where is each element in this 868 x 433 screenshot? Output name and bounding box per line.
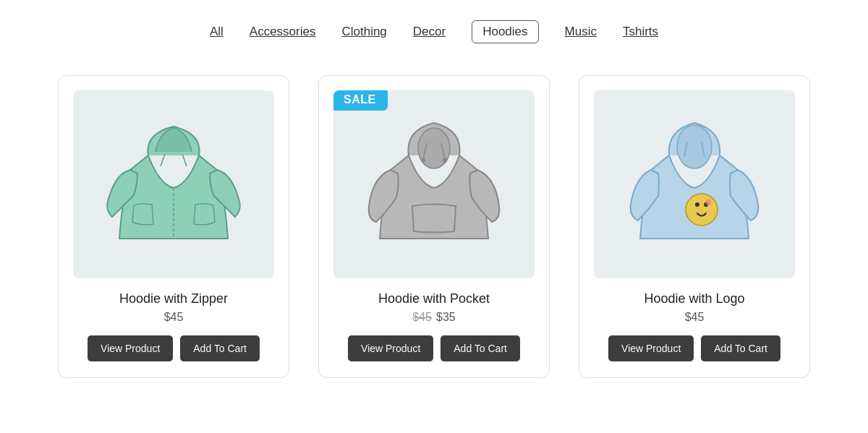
product-actions: View Product Add To Cart [608,335,780,361]
product-card: Hoodie with Zipper $45 View Product Add … [58,75,289,378]
svg-point-8 [677,125,712,168]
nav-item-music[interactable]: Music [565,25,597,39]
svg-line-2 [182,154,187,166]
nav-item-decor[interactable]: Decor [413,25,446,39]
product-price: $45 [164,311,184,324]
product-price: $45 [685,311,705,324]
svg-point-7 [443,158,447,163]
product-image [73,90,274,278]
add-to-cart-button[interactable]: Add To Cart [180,335,260,361]
nav-item-all[interactable]: All [210,25,224,39]
category-nav: AllAccessoriesClothingDecorHoodiesMusicT… [0,0,868,61]
nav-item-hoodies[interactable]: Hoodies [472,20,538,43]
nav-item-accessories[interactable]: Accessories [250,25,316,39]
svg-point-6 [421,158,425,163]
svg-line-1 [161,154,165,166]
view-product-button[interactable]: View Product [88,335,173,361]
product-grid: Hoodie with Zipper $45 View Product Add … [0,61,868,407]
original-price: $45 [412,311,432,323]
view-product-button[interactable]: View Product [608,335,694,361]
product-image [594,90,795,278]
view-product-button[interactable]: View Product [348,335,433,361]
nav-item-clothing[interactable]: Clothing [341,25,386,39]
product-card: Hoodie with Logo $45 View Product Add To… [579,75,810,378]
svg-point-10 [695,202,699,207]
svg-point-9 [686,194,718,226]
product-actions: View Product Add To Cart [348,335,520,361]
product-price-value: $45 [164,311,184,323]
add-to-cart-button[interactable]: Add To Cart [441,335,520,361]
product-name: Hoodie with Pocket [378,291,490,306]
product-name: Hoodie with Zipper [119,291,228,306]
svg-point-12 [705,200,711,205]
add-to-cart-button[interactable]: Add To Cart [701,335,780,361]
sale-price: $35 [436,311,456,323]
sale-badge: SALE [333,90,388,111]
product-card: SALE Hoodie with Pocket $45$35 View Prod… [318,75,550,378]
nav-item-tshirts[interactable]: Tshirts [623,25,658,39]
product-name: Hoodie with Logo [644,291,744,306]
product-price: $45$35 [412,311,455,324]
product-actions: View Product Add To Cart [88,335,260,361]
product-price-value: $45 [685,311,705,323]
product-image: SALE [333,90,535,278]
